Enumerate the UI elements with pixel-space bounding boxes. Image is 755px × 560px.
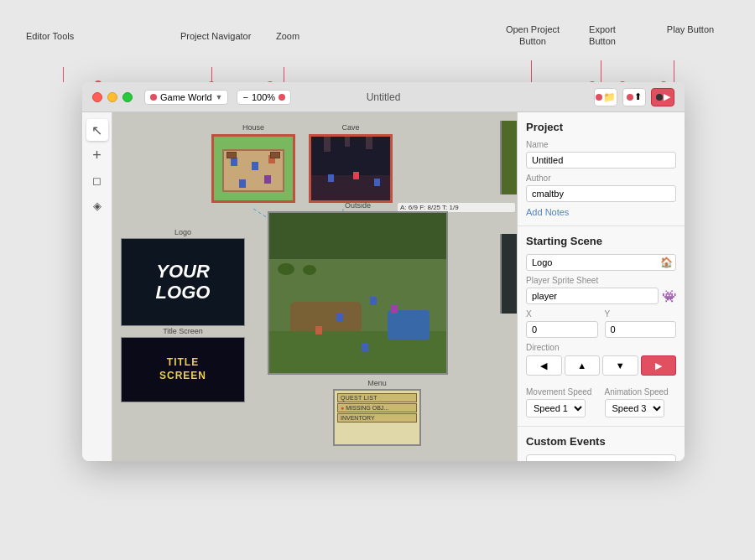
sprite-row: 👾 bbox=[526, 288, 676, 304]
scene-outside-label: Outside bbox=[268, 201, 448, 210]
export-icon: ⬆ bbox=[634, 91, 642, 102]
logo-content: YOURLOGO bbox=[122, 239, 244, 325]
author-label: Author bbox=[526, 174, 676, 183]
zoom-control[interactable]: − 100% bbox=[237, 90, 291, 105]
project-title: Project bbox=[526, 121, 676, 133]
starting-scene-title: Starting Scene bbox=[526, 235, 676, 247]
world-dot bbox=[150, 94, 157, 101]
sprite-thumbnail-icon: 👾 bbox=[662, 289, 676, 303]
y-label: Y bbox=[605, 309, 677, 319]
open-project-button[interactable]: 📁 bbox=[594, 88, 617, 106]
scene-cave[interactable]: Cave bbox=[309, 134, 393, 203]
scene-menu-label: Menu bbox=[333, 379, 421, 387]
dir-left-button[interactable]: ◀ bbox=[526, 355, 562, 376]
folder-icon: 📁 bbox=[603, 91, 616, 103]
create-custom-event-button[interactable]: Create Custom Event bbox=[526, 454, 676, 461]
close-button[interactable] bbox=[92, 92, 102, 102]
project-section: Project Name Author Add Notes bbox=[518, 112, 685, 226]
play-icon: ▶ bbox=[664, 91, 670, 102]
scene-logo[interactable]: Logo YOURLOGO bbox=[121, 238, 245, 326]
house-scene-content bbox=[211, 134, 295, 203]
name-label: Name bbox=[526, 140, 676, 149]
add-tool[interactable]: + bbox=[86, 144, 108, 166]
world-dropdown[interactable]: Game World ▼ bbox=[144, 90, 228, 105]
scene-outside[interactable]: Outside bbox=[268, 211, 448, 375]
scene-menu[interactable]: Menu QUEST LIST ●MISSING OBJ... INVENTOR… bbox=[333, 389, 421, 446]
starting-scene-select[interactable]: Logo House Cave Outside Title Screen Men… bbox=[526, 254, 676, 271]
y-col: Y bbox=[605, 304, 677, 338]
scene-thumbnail-icon: 🏠 bbox=[660, 257, 673, 268]
annotation-export-button: Export Button bbox=[577, 23, 627, 48]
erase-tool[interactable]: ◻ bbox=[86, 169, 108, 191]
annotation-project-navigator: Project Navigator bbox=[180, 30, 251, 42]
dir-right-button[interactable]: ▶ bbox=[641, 355, 677, 376]
zoom-level: 100% bbox=[252, 92, 275, 102]
movement-speed-col: Movement Speed Speed 1 Speed 2 Speed 3 S… bbox=[526, 382, 598, 417]
animation-speed-col: Animation Speed Speed 1 Speed 2 Speed 3 … bbox=[605, 382, 677, 417]
direction-label: Direction bbox=[526, 343, 676, 352]
scene-title[interactable]: Title Screen TITLESCREEN bbox=[121, 337, 245, 402]
traffic-lights bbox=[92, 92, 133, 102]
annotation-open-project: Open Project Button bbox=[503, 23, 562, 48]
starting-scene-section: Starting Scene Logo House Cave Outside T… bbox=[518, 226, 685, 427]
scene-cave-label: Cave bbox=[309, 123, 393, 132]
title-screen-content: TITLESCREEN bbox=[159, 356, 206, 382]
player-sprite-label: Player Sprite Sheet bbox=[526, 276, 676, 285]
scene-right-partial-2 bbox=[500, 234, 517, 314]
direction-grid: ◀ ▲ ▼ ▶ bbox=[526, 355, 676, 376]
custom-events-title: Custom Events bbox=[526, 435, 676, 448]
movement-speed-label: Movement Speed bbox=[526, 387, 598, 397]
cursor-tool[interactable]: ↖ bbox=[86, 119, 108, 141]
x-input[interactable] bbox=[526, 321, 598, 338]
speed-row: Movement Speed Speed 1 Speed 2 Speed 3 S… bbox=[526, 382, 676, 417]
player-sprite-input[interactable] bbox=[526, 288, 659, 304]
movement-speed-select[interactable]: Speed 1 Speed 2 Speed 3 Speed 4 bbox=[526, 399, 586, 417]
add-notes-link[interactable]: Add Notes bbox=[526, 207, 569, 217]
dir-down-button[interactable]: ▼ bbox=[602, 355, 638, 376]
world-name: Game World bbox=[160, 92, 212, 102]
annotation-zoom: Zoom bbox=[276, 30, 299, 42]
scene-house[interactable]: House bbox=[211, 134, 295, 203]
menu-item-3: INVENTORY bbox=[337, 413, 417, 423]
minimize-button[interactable] bbox=[107, 92, 117, 102]
canvas-background: House bbox=[112, 112, 517, 461]
project-name-input[interactable] bbox=[526, 152, 676, 169]
menu-item-1: QUEST LIST bbox=[337, 393, 417, 402]
x-col: X bbox=[526, 304, 598, 338]
author-input[interactable] bbox=[526, 185, 676, 202]
app-window: Game World ▼ − 100% Untitled 📁 ⬆ bbox=[82, 82, 685, 461]
scene-house-label: House bbox=[211, 123, 295, 132]
title-bar-right: 📁 ⬆ ▶ bbox=[594, 88, 674, 106]
cave-scene-content bbox=[309, 134, 393, 203]
object-tool[interactable]: ◈ bbox=[86, 194, 108, 216]
zoom-dot bbox=[279, 94, 285, 101]
annotation-play-button: Play Button bbox=[665, 23, 716, 35]
play-button[interactable]: ▶ bbox=[651, 88, 674, 106]
canvas-area[interactable]: House bbox=[112, 112, 517, 461]
dir-up-button[interactable]: ▲ bbox=[565, 355, 601, 376]
scene-title-label: Title Screen bbox=[121, 327, 245, 335]
chevron-down-icon: ▼ bbox=[216, 93, 223, 101]
title-bar: Game World ▼ − 100% Untitled 📁 ⬆ bbox=[82, 82, 685, 112]
xy-row: X Y bbox=[526, 304, 676, 338]
maximize-button[interactable] bbox=[122, 92, 133, 102]
x-label: X bbox=[526, 309, 598, 319]
window-title: Untitled bbox=[367, 91, 401, 103]
editor-toolbar: ↖ + ◻ ◈ bbox=[82, 112, 112, 461]
menu-item-2: ●MISSING OBJ... bbox=[337, 403, 417, 412]
custom-events-section: Custom Events Create Custom Event bbox=[518, 427, 685, 461]
zoom-minus-icon[interactable]: − bbox=[242, 92, 247, 102]
y-input[interactable] bbox=[605, 321, 677, 338]
scene-right-partial-1 bbox=[500, 121, 517, 194]
main-content: ↖ + ◻ ◈ bbox=[82, 112, 685, 461]
animation-speed-label: Animation Speed bbox=[605, 387, 677, 397]
scene-logo-label: Logo bbox=[121, 228, 245, 236]
export-button[interactable]: ⬆ bbox=[622, 88, 646, 106]
annotation-editor-tools: Editor Tools bbox=[26, 30, 74, 42]
animation-speed-select[interactable]: Speed 1 Speed 2 Speed 3 Speed 4 bbox=[605, 399, 664, 417]
right-panel: Project Name Author Add Notes Starting S… bbox=[517, 112, 685, 461]
starting-scene-wrapper: Logo House Cave Outside Title Screen Men… bbox=[526, 254, 676, 271]
